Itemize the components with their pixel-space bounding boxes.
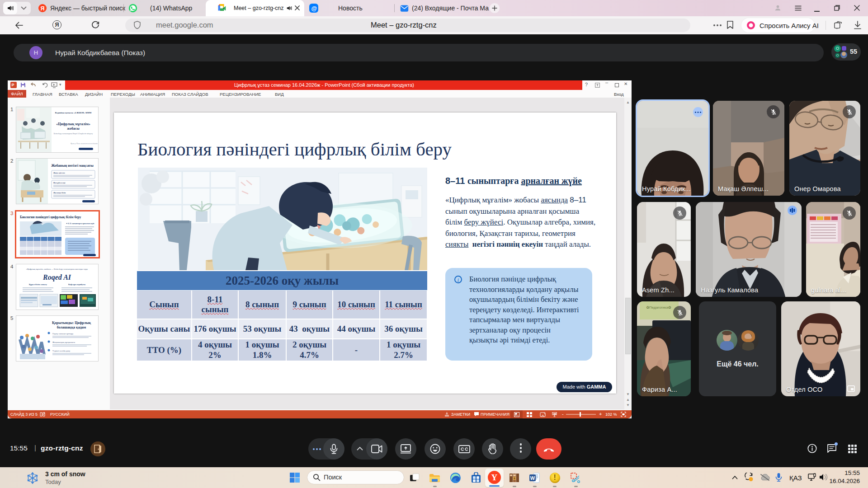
- svg-text:«Цифрлық мұғалім» жобасы — Біл: «Цифрлық мұғалім» жобасы — Білім беру са…: [26, 268, 88, 270]
- svg-text:Жобаның негізгі мақсаты: Жобаның негізгі мақсаты: [51, 164, 94, 168]
- svg-text:Қорытынды: Цифрлық: Қорытынды: Цифрлық: [52, 321, 91, 325]
- svg-text:Оқыту сапасын арттыру: Оқыту сапасын арттыру: [52, 333, 74, 335]
- svg-text:Интербелсенді: Интербелсенді: [53, 182, 66, 184]
- svg-text:Қала у-These мектептелегені бө: Қала у-These мектептелегені бөлім: [71, 142, 98, 145]
- svg-text:Кафедра атрибуты: Кафедра атрибуты: [68, 283, 86, 286]
- svg-text:Үздіксіз кәсіби даму: Үздіксіз кәсіби даму: [52, 350, 71, 352]
- svg-text:«Цифрлық мұғалім»: «Цифрлық мұғалім»: [56, 122, 90, 126]
- svg-text:жобасы: жобасы: [67, 127, 80, 131]
- svg-text:✦ 8-11 сыныптарға арналған жүй: ✦ 8-11 сыныптарға арналған жүйе: [66, 222, 94, 225]
- svg-text:Жаңа әдістеме: Жаңа әдістеме: [53, 172, 65, 174]
- svg-text:✿Педагогика✿: ✿Педагогика✿: [646, 305, 671, 310]
- svg-text:Білім беру саласындағы Roqed A: Білім беру саласындағы Roqed AI жүйесін …: [54, 132, 93, 135]
- svg-text:Кершіңы қатысы «4 ЖББМ» КММ: Кершіңы қатысы «4 ЖББМ» КММ: [55, 112, 92, 114]
- svg-text:Жаңашылдық құндылығы: Жаңашылдық құндылығы: [52, 341, 75, 343]
- svg-text:болашаққа қадам: болашаққа қадам: [57, 325, 86, 329]
- svg-text:W: W: [530, 475, 535, 481]
- svg-text:Құрал білім самалу: Құрал білім самалу: [29, 283, 47, 286]
- svg-text:Биология пәніндегі цифрлық біл: Биология пәніндегі цифрлық білім беру: [20, 215, 81, 219]
- svg-text:Жасанды білім: Жасанды білім: [53, 192, 66, 194]
- svg-text:Roqed AI: Roqed AI: [42, 273, 71, 282]
